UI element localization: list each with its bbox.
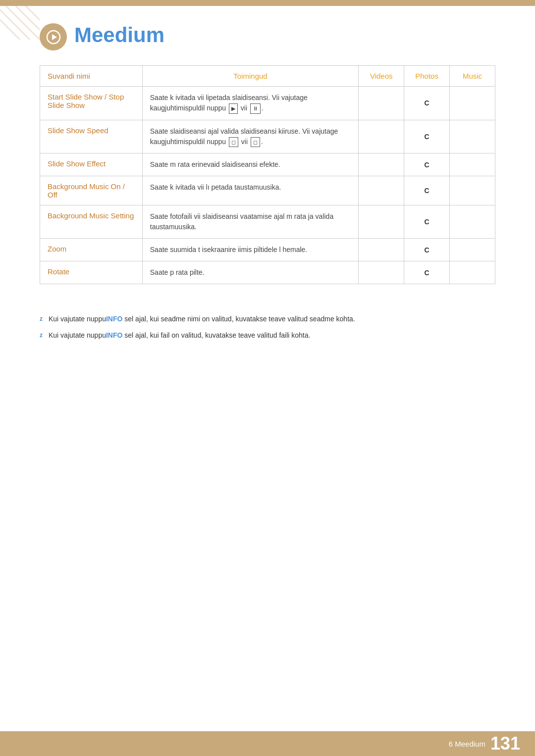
box-right-icon: ◻ [251, 137, 260, 148]
note-bullet-2: z [40, 331, 43, 340]
notes-section: z Kui vajutate nuppuINFO sel ajal, kui s… [0, 314, 535, 341]
music-check [450, 261, 495, 284]
music-check [450, 153, 495, 176]
music-check [450, 176, 495, 205]
table-row: Slide Show Effect Saate m rata erinevaid… [40, 153, 495, 176]
videos-check [359, 120, 404, 153]
option-cell: Slide Show Speed [40, 120, 143, 153]
photos-check: C [404, 176, 450, 205]
table-row: Background Music Setting Saate fotofaili… [40, 205, 495, 239]
option-cell: Background Music On / Off [40, 176, 143, 205]
photos-check: C [404, 120, 450, 153]
header-option: Suvandi nimi [40, 66, 143, 87]
option-cell: Slide Show Effect [40, 153, 143, 176]
header-videos: Videos [359, 66, 404, 87]
table-row: Slide Show Speed Saate slaidiseansi ajal… [40, 120, 495, 153]
videos-check [359, 176, 404, 205]
videos-check [359, 239, 404, 261]
music-check [450, 87, 495, 120]
info-highlight-2: INFO [106, 331, 122, 339]
page-title: Meedium [74, 23, 164, 47]
header-operation: Toimingud [142, 66, 359, 87]
option-cell: Zoom [40, 239, 143, 261]
photos-check: C [404, 87, 450, 120]
option-cell: Background Music Setting [40, 205, 143, 239]
header-photos: Photos [404, 66, 450, 87]
pause-icon: ⏸ [250, 103, 261, 114]
page-number: 131 [490, 735, 520, 753]
videos-check [359, 87, 404, 120]
desc-cell: Saate p rata pilte. [142, 261, 359, 284]
photos-check: C [404, 205, 450, 239]
box-left-icon: ◻ [229, 137, 238, 148]
photos-check: C [404, 261, 450, 284]
note-item-2: z Kui vajutate nuppuINFO sel ajal, kui f… [40, 330, 495, 341]
photos-check: C [404, 153, 450, 176]
main-content: Suvandi nimi Toimingud Videos Photos Mus… [0, 60, 535, 314]
stripe-decoration [0, 0, 40, 40]
info-highlight-1: INFO [106, 315, 122, 323]
desc-cell: Saate fotofaili vii slaidiseansi vaatami… [142, 205, 359, 239]
note-text-1: Kui vajutate nuppuINFO sel ajal, kui sea… [49, 314, 355, 324]
option-cell: Rotate [40, 261, 143, 284]
note-item-1: z Kui vajutate nuppuINFO sel ajal, kui s… [40, 314, 495, 324]
svg-marker-6 [52, 34, 57, 40]
page-icon [40, 23, 67, 50]
bottom-bar: 6 Meedium 131 [0, 731, 535, 756]
videos-check [359, 261, 404, 284]
table-row: Zoom Saate suumida t isekraanire iimis p… [40, 239, 495, 261]
desc-cell: Saate k ivitada vii lipetada slaidiseans… [142, 87, 359, 120]
top-bar [0, 0, 535, 6]
play-icon: ▶ [229, 103, 238, 114]
desc-cell: Saate m rata erinevaid slaidiseansi efek… [142, 153, 359, 176]
media-icon [46, 30, 61, 45]
videos-check [359, 205, 404, 239]
svg-line-0 [0, 0, 40, 40]
features-table: Suvandi nimi Toimingud Videos Photos Mus… [40, 65, 495, 284]
table-row: Background Music On / Off Saate k ivitad… [40, 176, 495, 205]
header-music: Music [450, 66, 495, 87]
videos-check [359, 153, 404, 176]
music-check [450, 205, 495, 239]
photos-check: C [404, 239, 450, 261]
note-bullet-1: z [40, 314, 43, 323]
desc-cell: Saate k ivitada vii lı petada taustamuus… [142, 176, 359, 205]
table-row: Start Slide Show / Stop Slide Show Saate… [40, 87, 495, 120]
desc-cell: Saate slaidiseansi ajal valida slaidisea… [142, 120, 359, 153]
music-check [450, 239, 495, 261]
desc-cell: Saate suumida t isekraanire iimis piltid… [142, 239, 359, 261]
table-row: Rotate Saate p rata pilte. C [40, 261, 495, 284]
header: Meedium [0, 6, 535, 60]
option-cell: Start Slide Show / Stop Slide Show [40, 87, 143, 120]
bottom-label: 6 Meedium [449, 740, 485, 748]
note-text-2: Kui vajutate nuppuINFO sel ajal, kui fai… [49, 330, 310, 341]
music-check [450, 120, 495, 153]
